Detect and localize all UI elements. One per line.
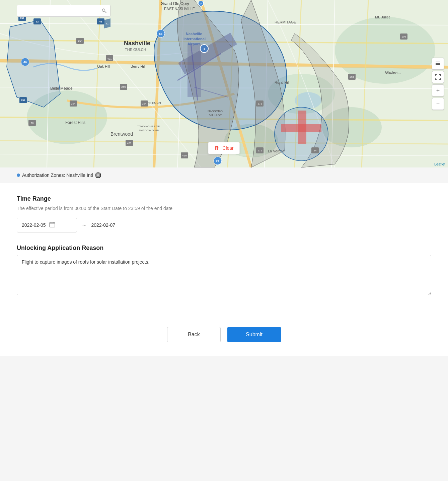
svg-text:431: 431 <box>107 57 112 60</box>
calendar-icon <box>49 221 55 229</box>
date-range: 2022-02-05 ~ 2022-02-07 <box>17 218 431 232</box>
date-separator: ~ <box>82 222 86 229</box>
svg-text:Belle Meade: Belle Meade <box>50 86 73 91</box>
content-area: Time Range The effective period is from … <box>0 183 448 356</box>
svg-text:431: 431 <box>127 142 132 145</box>
reason-section: Unlocking Application Reason Flight to c… <box>17 245 431 296</box>
zone-tag-bar: Authorization Zones: Nashville Intl × <box>0 167 448 183</box>
svg-text:40: 40 <box>23 61 27 64</box>
zone-dot <box>17 174 20 177</box>
svg-text:Grand Ole Opry: Grand Ole Opry <box>161 1 189 6</box>
svg-text:254: 254 <box>142 102 147 105</box>
map-container: 40 65 24 41 Nashville THE GULCH Nashvill… <box>0 0 448 167</box>
trash-icon: 🗑 <box>214 145 220 151</box>
svg-text:Mt. Juliet: Mt. Juliet <box>375 15 390 19</box>
svg-text:251: 251 <box>21 99 25 102</box>
svg-text:171: 171 <box>257 102 262 105</box>
svg-text:ANTIOCH: ANTIOCH <box>147 101 161 105</box>
svg-text:255: 255 <box>121 85 126 88</box>
svg-rect-87 <box>436 63 440 64</box>
svg-point-84 <box>102 9 105 11</box>
divider <box>17 310 431 310</box>
svg-text:41A: 41A <box>182 154 187 157</box>
svg-rect-11 <box>298 111 306 144</box>
start-date-value: 2022-02-05 <box>22 222 46 228</box>
layers-button[interactable] <box>432 58 444 70</box>
svg-text:✈: ✈ <box>203 47 206 51</box>
zone-tag: Authorization Zones: Nashville Intl × <box>17 172 101 178</box>
end-date-value: 2022-02-07 <box>91 222 116 228</box>
svg-text:International: International <box>183 37 206 41</box>
svg-text:VILLAGE: VILLAGE <box>209 114 222 117</box>
map-search-input[interactable] <box>20 8 99 13</box>
svg-text:65: 65 <box>159 32 162 36</box>
svg-text:251: 251 <box>20 17 24 20</box>
svg-text:EAST NASHVILLE: EAST NASHVILLE <box>164 7 195 11</box>
svg-text:Gladevi...: Gladevi... <box>385 70 400 74</box>
time-range-description: The effective period is from 00:00 of th… <box>17 206 431 211</box>
zone-label: Authorization Zones: Nashville Intl <box>22 173 93 178</box>
zone-remove-button[interactable]: × <box>95 172 101 178</box>
svg-text:✈: ✈ <box>200 2 202 5</box>
svg-line-85 <box>105 11 106 13</box>
submit-button[interactable]: Submit <box>227 327 281 342</box>
svg-text:THE GULCH: THE GULCH <box>125 48 146 52</box>
start-date-input[interactable]: 2022-02-05 <box>17 218 77 232</box>
time-range-section: Time Range The effective period is from … <box>17 195 431 232</box>
svg-rect-86 <box>436 64 440 65</box>
svg-text:Rural Hill: Rural Hill <box>275 80 290 84</box>
back-button[interactable]: Back <box>167 327 221 342</box>
map-search-bar[interactable] <box>17 5 110 17</box>
zoom-in-label: + <box>436 87 440 94</box>
clear-label: Clear <box>222 145 233 151</box>
svg-text:41: 41 <box>99 20 102 23</box>
svg-text:Nashville: Nashville <box>124 40 150 47</box>
svg-text:SHADOW GLEN: SHADOW GLEN <box>139 129 159 132</box>
svg-text:Forest Hills: Forest Hills <box>65 120 85 125</box>
clear-button[interactable]: 🗑 Clear <box>208 142 240 154</box>
reason-title: Unlocking Application Reason <box>17 245 431 252</box>
reason-textarea[interactable]: Flight to capture images of roofs for so… <box>17 255 431 295</box>
zoom-out-label: − <box>436 100 440 108</box>
svg-text:254: 254 <box>71 102 76 105</box>
action-bar: Back Submit <box>17 320 431 356</box>
svg-text:Nashville: Nashville <box>186 32 202 36</box>
svg-text:NASBORO: NASBORO <box>208 110 223 113</box>
svg-text:155: 155 <box>78 40 82 43</box>
zoom-in-button[interactable]: + <box>432 84 444 96</box>
search-icon <box>101 8 107 13</box>
svg-text:12: 12 <box>36 20 39 23</box>
svg-text:70: 70 <box>31 122 34 125</box>
svg-text:171: 171 <box>257 149 262 152</box>
svg-text:TOWNHOMES OF: TOWNHOMES OF <box>137 125 160 128</box>
svg-text:265: 265 <box>350 75 354 78</box>
svg-point-6 <box>295 92 321 109</box>
svg-text:La Vergne: La Vergne <box>268 149 285 153</box>
leaflet-attribution: Leaflet <box>434 162 445 166</box>
svg-text:HERMITAGE: HERMITAGE <box>275 20 296 24</box>
svg-text:41: 41 <box>106 22 109 25</box>
layers-icon <box>435 60 441 67</box>
svg-text:Brentwood: Brentwood <box>110 131 133 137</box>
fullscreen-icon <box>435 74 441 80</box>
svg-text:Berry Hill: Berry Hill <box>131 64 146 68</box>
svg-text:Oak Hill: Oak Hill <box>97 64 110 68</box>
zoom-out-button[interactable]: − <box>432 98 444 110</box>
time-range-title: Time Range <box>17 195 431 202</box>
svg-rect-89 <box>50 222 55 227</box>
svg-rect-88 <box>436 62 440 62</box>
map-controls: + − <box>432 58 444 110</box>
svg-text:Airport: Airport <box>188 42 200 46</box>
svg-text:24: 24 <box>216 159 219 163</box>
svg-text:109: 109 <box>401 35 406 38</box>
page-container: 40 65 24 41 Nashville THE GULCH Nashvill… <box>0 0 448 356</box>
fullscreen-button[interactable] <box>432 71 444 83</box>
svg-text:24: 24 <box>314 149 317 152</box>
